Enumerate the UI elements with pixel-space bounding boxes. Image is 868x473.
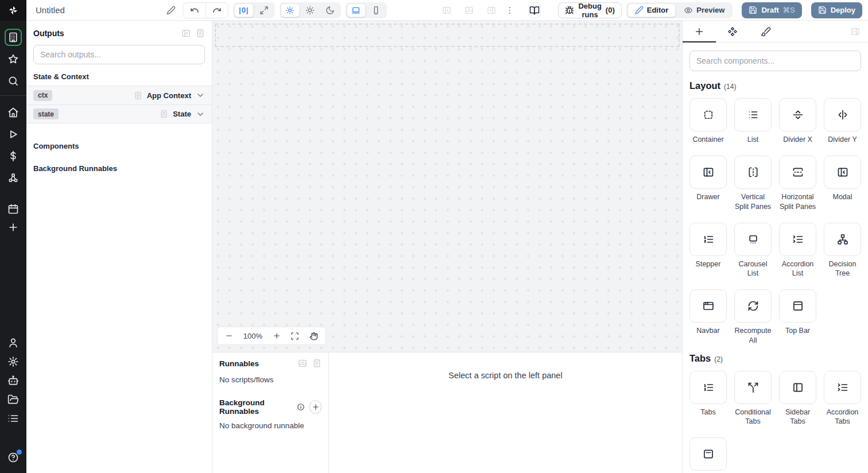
component-item[interactable]: Recompute All xyxy=(734,289,772,345)
search-components-input[interactable] xyxy=(689,51,861,71)
zoom-out-button[interactable] xyxy=(225,332,233,340)
windmill-logo[interactable] xyxy=(0,0,26,21)
rail-folder-open-button[interactable] xyxy=(5,391,22,408)
component-item[interactable]: Sidebar Tabs xyxy=(779,371,816,427)
debug-runs-button[interactable]: Debug runs (0) xyxy=(558,2,621,18)
component-item[interactable]: Drawer xyxy=(689,156,727,211)
rail-building-button[interactable] xyxy=(5,29,22,46)
component-card[interactable] xyxy=(779,98,816,131)
rail-calendar-button[interactable] xyxy=(5,200,22,218)
rail-bot-button[interactable] xyxy=(5,372,22,389)
component-item[interactable]: Container xyxy=(689,98,727,144)
component-card[interactable] xyxy=(734,223,772,256)
rail-user-button[interactable] xyxy=(5,334,22,351)
docs-button[interactable] xyxy=(528,2,541,18)
help-button[interactable] xyxy=(5,449,22,466)
component-card[interactable] xyxy=(824,156,861,189)
rail-search-button[interactable] xyxy=(5,72,22,90)
collapse-runnables-button[interactable] xyxy=(298,359,307,368)
component-card[interactable] xyxy=(779,289,816,323)
rail-dollar-button[interactable] xyxy=(5,148,22,165)
toggle-bottom-panel-button[interactable] xyxy=(462,3,476,17)
component-card[interactable] xyxy=(689,223,727,256)
collapse-components-button[interactable] xyxy=(848,25,862,38)
collapse-outputs-button[interactable] xyxy=(181,29,191,38)
component-card[interactable] xyxy=(734,371,772,404)
search-icon xyxy=(7,75,19,87)
component-card[interactable] xyxy=(689,437,727,471)
preview-mode-button[interactable]: Preview xyxy=(677,3,731,17)
component-item[interactable]: Divider X xyxy=(779,98,816,144)
app-title-area: Untitled xyxy=(36,3,178,17)
component-card[interactable] xyxy=(824,98,861,131)
component-item[interactable]: Conditional Tabs xyxy=(734,371,772,427)
component-card[interactable] xyxy=(824,223,861,256)
draft-button[interactable]: Draft ⌘S xyxy=(742,2,801,18)
component-card[interactable] xyxy=(689,156,727,189)
component-item[interactable] xyxy=(689,437,727,473)
component-item[interactable]: Top Bar xyxy=(779,289,816,345)
toggle-right-panel-button[interactable] xyxy=(485,3,498,17)
mobile-view-button[interactable] xyxy=(367,3,386,17)
redo-button[interactable] xyxy=(206,3,228,18)
component-card[interactable] xyxy=(734,98,772,131)
tab-component-settings[interactable] xyxy=(716,21,749,42)
output-row-ctx[interactable]: ctxApp Context xyxy=(26,86,212,104)
fit-view-button[interactable] xyxy=(255,3,274,17)
pan-button[interactable] xyxy=(309,332,318,340)
chevron-down-icon[interactable] xyxy=(196,110,205,119)
component-card[interactable] xyxy=(689,371,727,404)
theme-light-button[interactable] xyxy=(301,3,320,17)
component-item[interactable]: Stepper xyxy=(689,223,727,278)
component-item[interactable]: Tabs xyxy=(689,371,727,427)
canvas-dropzone[interactable] xyxy=(215,24,680,47)
app-canvas[interactable]: 100% xyxy=(212,21,682,352)
rail-home-button[interactable] xyxy=(5,104,22,121)
theme-auto-button[interactable] xyxy=(281,3,300,17)
component-card[interactable] xyxy=(734,156,772,189)
theme-dark-button[interactable] xyxy=(321,3,340,17)
rail-star-button[interactable] xyxy=(5,51,22,68)
more-menu-button[interactable] xyxy=(503,3,517,17)
search-outputs-input[interactable] xyxy=(33,45,205,64)
undo-button[interactable] xyxy=(183,3,206,18)
tab-insert-component[interactable] xyxy=(683,21,716,42)
fit-screen-button[interactable] xyxy=(290,332,299,340)
component-card[interactable] xyxy=(779,223,816,256)
component-card[interactable] xyxy=(779,371,816,404)
component-item[interactable]: Modal xyxy=(824,156,861,211)
component-item[interactable]: Accordion List xyxy=(779,223,816,278)
rail-plus-button[interactable] xyxy=(5,219,22,236)
component-item[interactable]: Accordion Tabs xyxy=(824,371,861,427)
component-item[interactable]: Decision Tree xyxy=(824,223,861,278)
runnables-doc-button[interactable] xyxy=(312,359,321,368)
outputs-doc-button[interactable] xyxy=(196,29,205,38)
rail-gear-button[interactable] xyxy=(5,353,22,370)
component-item[interactable]: Horizontal Split Panes xyxy=(779,156,816,211)
component-card[interactable] xyxy=(689,289,727,323)
component-card[interactable] xyxy=(734,289,772,323)
rename-button[interactable] xyxy=(164,3,178,17)
component-item[interactable]: Carousel List xyxy=(734,223,772,278)
desktop-view-button[interactable] xyxy=(347,3,366,17)
toggle-left-panel-button[interactable] xyxy=(440,3,454,17)
component-item[interactable]: Vertical Split Panes xyxy=(734,156,772,211)
component-card[interactable] xyxy=(689,98,727,131)
chevron-down-icon[interactable] xyxy=(196,91,205,100)
component-item[interactable]: Navbar xyxy=(689,289,727,345)
output-row-state[interactable]: stateState xyxy=(26,104,212,123)
rail-play-button[interactable] xyxy=(5,126,22,143)
runnables-list: Runnables No scripts/flows Background Ru… xyxy=(212,352,329,473)
add-background-runnable-button[interactable] xyxy=(309,400,321,414)
component-card[interactable] xyxy=(779,156,816,189)
component-card[interactable] xyxy=(824,371,861,404)
component-item[interactable]: List xyxy=(734,98,772,144)
tab-styling[interactable] xyxy=(749,21,782,42)
component-item[interactable]: Divider Y xyxy=(824,98,861,144)
editor-mode-button[interactable]: Editor xyxy=(627,3,676,17)
deploy-button[interactable]: Deploy xyxy=(811,2,862,18)
zoom-in-button[interactable] xyxy=(273,332,281,340)
rail-list-button[interactable] xyxy=(5,410,22,427)
rail-resources-button[interactable] xyxy=(5,169,22,187)
reset-zoom-button[interactable]: |0| xyxy=(234,3,254,17)
